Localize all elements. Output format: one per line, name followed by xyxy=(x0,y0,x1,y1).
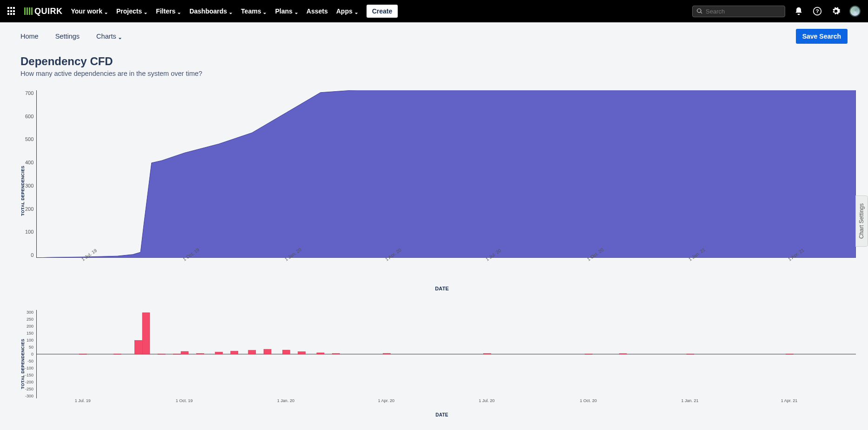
search-input[interactable] xyxy=(706,8,781,15)
svg-rect-11 xyxy=(215,352,223,355)
chart-plot-area[interactable] xyxy=(36,90,848,258)
page-header: Dependency CFD How many active dependenc… xyxy=(0,44,868,81)
svg-rect-24 xyxy=(786,354,794,355)
search-icon xyxy=(696,8,703,14)
page-subtitle: How many active dependencies are in the … xyxy=(20,70,848,77)
svg-rect-17 xyxy=(317,353,324,354)
svg-rect-16 xyxy=(298,352,306,354)
save-search-button[interactable]: Save Search xyxy=(796,29,848,44)
y-axis-label: TOTAL DEPENDENCIES xyxy=(20,337,25,391)
svg-rect-6 xyxy=(142,313,150,354)
main-chart: TOTAL DEPENDENCIES 700600500400300200100… xyxy=(0,81,868,291)
nav-plans[interactable]: Plans xyxy=(275,7,298,15)
nav-teams[interactable]: Teams xyxy=(241,7,267,15)
chevron-down-icon xyxy=(177,9,181,13)
x-axis-label: DATE xyxy=(36,412,848,417)
svg-rect-15 xyxy=(282,350,290,354)
svg-rect-9 xyxy=(181,351,188,354)
svg-rect-8 xyxy=(173,354,180,355)
chart-plot-area[interactable] xyxy=(36,310,848,398)
chevron-down-icon xyxy=(144,9,147,13)
svg-text:?: ? xyxy=(815,8,819,14)
svg-rect-21 xyxy=(585,354,593,355)
sub-navigation: Home Settings Charts Save Search xyxy=(0,22,868,44)
y-axis-ticks: 300250200150100500-50-100-150-200-250-30… xyxy=(25,310,36,398)
svg-rect-23 xyxy=(687,354,694,355)
create-button[interactable]: Create xyxy=(367,5,398,18)
y-axis-ticks: 7006005004003002001000 xyxy=(25,90,36,258)
subnav-home[interactable]: Home xyxy=(20,33,39,40)
chevron-down-icon xyxy=(263,9,267,13)
svg-rect-18 xyxy=(332,354,340,355)
app-switcher-icon[interactable] xyxy=(7,7,16,15)
svg-rect-5 xyxy=(134,340,142,354)
subnav-settings[interactable]: Settings xyxy=(55,33,80,40)
page-title: Dependency CFD xyxy=(20,55,848,68)
brand-name: QUIRK xyxy=(34,7,63,16)
nav-apps[interactable]: Apps xyxy=(336,7,358,15)
user-avatar[interactable] xyxy=(849,6,861,17)
nav-dashboards[interactable]: Dashboards xyxy=(189,7,233,15)
settings-icon[interactable] xyxy=(831,6,841,16)
svg-rect-10 xyxy=(196,354,204,355)
nav-assets[interactable]: Assets xyxy=(307,7,328,15)
svg-rect-19 xyxy=(383,353,390,354)
chevron-down-icon xyxy=(354,9,358,13)
chart-settings-tab[interactable]: Chart Settings xyxy=(855,195,868,247)
top-navigation: QUIRK Your work Projects Filters Dashboa… xyxy=(0,0,868,22)
help-icon[interactable]: ? xyxy=(812,6,822,16)
svg-rect-13 xyxy=(248,350,256,354)
notifications-icon[interactable] xyxy=(794,6,804,16)
x-axis-label: DATE xyxy=(36,286,848,291)
x-axis-ticks: 1 Jul. 191 Oct. 191 Jan. 201 Apr. 201 Ju… xyxy=(36,258,848,271)
nav-projects[interactable]: Projects xyxy=(116,7,147,15)
search-box[interactable] xyxy=(692,6,785,17)
chevron-down-icon xyxy=(118,34,122,38)
chevron-down-icon xyxy=(104,9,108,13)
nav-filters[interactable]: Filters xyxy=(156,7,181,15)
svg-rect-4 xyxy=(114,354,121,354)
svg-rect-22 xyxy=(619,354,627,354)
nav-your-work[interactable]: Your work xyxy=(71,7,108,15)
brand-logo[interactable]: QUIRK xyxy=(24,7,63,16)
svg-rect-7 xyxy=(158,354,165,355)
chevron-down-icon xyxy=(229,9,233,13)
x-axis-ticks: 1 Jul. 191 Oct. 191 Jan. 201 Apr. 201 Ju… xyxy=(36,398,848,405)
subnav-charts[interactable]: Charts xyxy=(96,33,122,40)
svg-rect-14 xyxy=(264,349,271,354)
chevron-down-icon xyxy=(294,9,298,13)
delta-chart: TOTAL DEPENDENCIES 300250200150100500-50… xyxy=(0,291,868,417)
y-axis-label: TOTAL DEPENDENCIES xyxy=(20,164,25,218)
svg-rect-3 xyxy=(80,354,87,355)
svg-rect-20 xyxy=(483,354,491,355)
svg-rect-12 xyxy=(231,351,238,355)
